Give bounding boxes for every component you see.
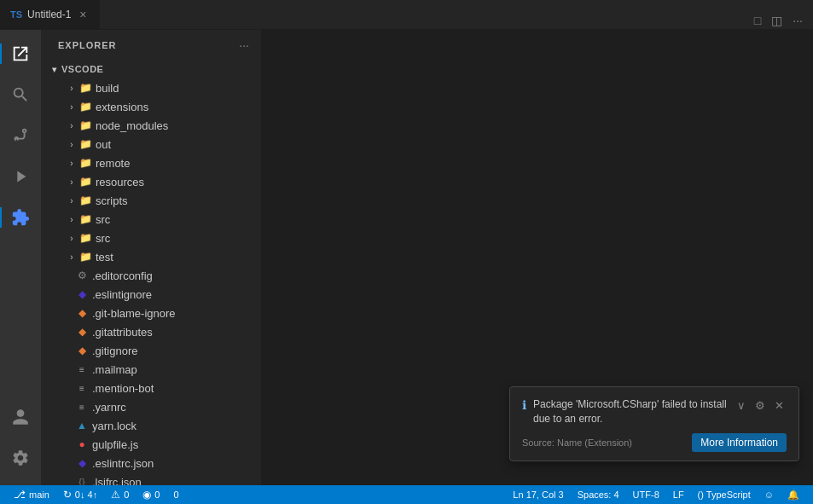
tree-file-eslintrc[interactable]: ◆ .eslintrc.json (41, 454, 261, 472)
tree-file-gitattributes[interactable]: ◆ .gitattributes (41, 322, 261, 341)
tab-close-button[interactable]: × (76, 8, 90, 21)
sidebar-header: EXPLORER ··· (41, 30, 261, 60)
activity-icon-extensions[interactable] (0, 197, 41, 238)
file-label: .gitattributes (92, 326, 153, 339)
status-encoding[interactable]: UTF-8 (626, 485, 666, 504)
activity-icon-search[interactable] (0, 74, 41, 115)
eslint-file-icon: ◆ (75, 456, 89, 470)
warning-icon: ◉ (142, 489, 151, 501)
status-sync[interactable]: ↻ 0↓ 4↑ (56, 485, 104, 504)
tree-file-git-blame-ignore[interactable]: ◆ .git-blame-ignore (41, 304, 261, 322)
tree-folder-remote[interactable]: › 📁 remote (41, 154, 261, 172)
error-count: 0 (124, 490, 129, 500)
folder-label: resources (96, 176, 144, 188)
sync-label: 0↓ 4↑ (75, 490, 97, 500)
git-file-icon: ◆ (75, 325, 89, 339)
status-position[interactable]: Ln 17, Col 3 (506, 485, 570, 504)
file-label: .lsifrc.json (92, 476, 142, 486)
tab-untitled-1[interactable]: TS Untitled-1 × (0, 0, 101, 29)
split-editor-button[interactable]: □ (751, 12, 764, 29)
sidebar-title: EXPLORER (58, 40, 117, 50)
status-warnings[interactable]: ◉ 0 (136, 485, 166, 504)
status-branch[interactable]: ⎇ main (7, 485, 56, 504)
eslint-file-icon: ◆ (75, 287, 89, 301)
status-info[interactable]: 0 (166, 485, 185, 504)
warning-count: 0 (154, 490, 160, 500)
more-actions-button[interactable]: ··· (789, 12, 806, 29)
editor-area: ℹ Package 'Microsoft.CSharp' failed to i… (261, 30, 813, 485)
error-icon: ⚠ (111, 489, 120, 501)
status-feedback[interactable]: ☺ (758, 485, 781, 504)
notification-header: ℹ Package 'Microsoft.CSharp' failed to i… (522, 397, 787, 426)
chevron-right-icon: › (65, 212, 78, 226)
position-label: Ln 17, Col 3 (513, 490, 563, 500)
tree-folder-test[interactable]: › 📁 test (41, 247, 261, 266)
info-icon: ℹ (522, 398, 526, 412)
tree-file-gitignore[interactable]: ◆ .gitignore (41, 341, 261, 360)
folder-icon: 📁 (78, 156, 92, 170)
notification-settings-button[interactable]: ⚙ (752, 397, 768, 413)
chevron-right-icon: › (65, 81, 78, 95)
tree-folder-build[interactable]: › 📁 build (41, 78, 261, 97)
folder-label: scripts (96, 194, 128, 207)
tree-file-yarn-lock[interactable]: ▲ yarn.lock (41, 416, 261, 435)
more-information-button[interactable]: More Information (692, 433, 787, 452)
tree-folder-resources[interactable]: › 📁 resources (41, 172, 261, 191)
feedback-icon: ☺ (764, 490, 774, 500)
file-tree: ▾ VSCODE › 📁 build › 📁 extensions › 📁 (41, 60, 261, 485)
tree-file-eslintignore[interactable]: ◆ .eslintignore (41, 285, 261, 304)
folder-icon: 📁 (78, 231, 92, 245)
chevron-down-icon: ▾ (48, 62, 61, 76)
tree-file-yarnrc[interactable]: ≡ .yarnrc (41, 397, 261, 416)
chevron-right-icon: › (65, 119, 78, 132)
tree-file-mention-bot[interactable]: ≡ .mention-bot (41, 379, 261, 397)
gulp-file-icon: ● (75, 437, 89, 451)
notification-close-button[interactable]: ✕ (771, 397, 787, 413)
chevron-right-icon: › (65, 175, 78, 188)
folder-label: build (96, 82, 119, 95)
activity-icon-run[interactable] (0, 156, 41, 197)
activity-icon-account[interactable] (0, 397, 41, 437)
activity-icon-source-control[interactable] (0, 115, 41, 156)
tree-folder-out[interactable]: › 📁 out (41, 135, 261, 154)
file-label: .eslintignore (92, 288, 152, 301)
tree-folder-src-2[interactable]: › 📁 src (41, 229, 261, 247)
tree-file-gulpfile[interactable]: ● gulpfile.js (41, 435, 261, 454)
editor-layout-button[interactable]: ◫ (768, 12, 786, 29)
notification-toast: ℹ Package 'Microsoft.CSharp' failed to i… (509, 386, 799, 461)
yarn-file-icon: ▲ (75, 419, 89, 432)
activity-icon-explorer[interactable] (0, 33, 41, 74)
status-errors[interactable]: ⚠ 0 (104, 485, 136, 504)
encoding-label: UTF-8 (633, 490, 659, 500)
status-spaces[interactable]: Spaces: 4 (571, 485, 626, 504)
file-label: .mailmap (92, 363, 137, 376)
tree-file-lsifrc[interactable]: {} .lsifrc.json (41, 472, 261, 485)
sidebar-actions: ··· (237, 37, 251, 54)
file-label: .eslintrc.json (92, 457, 154, 470)
status-eol[interactable]: LF (666, 485, 691, 504)
tree-file-mailmap[interactable]: ≡ .mailmap (41, 360, 261, 379)
tree-folder-src-1[interactable]: › 📁 src (41, 210, 261, 229)
tree-folder-node-modules[interactable]: › 📁 node_modules (41, 116, 261, 135)
folder-label: extensions (96, 101, 148, 113)
status-language[interactable]: () TypeScript (691, 485, 758, 504)
file-label: .yarnrc (92, 401, 126, 414)
tree-folder-extensions[interactable]: › 📁 extensions (41, 97, 261, 116)
notification-expand-button[interactable]: ∨ (734, 397, 749, 413)
tree-file-editorconfig[interactable]: ⚙ .editorconfig (41, 266, 261, 285)
tree-folder-scripts[interactable]: › 📁 scripts (41, 191, 261, 210)
file-label: .mention-bot (92, 382, 154, 395)
activity-icon-settings[interactable] (0, 437, 41, 478)
file-label: .git-blame-ignore (92, 307, 176, 320)
tree-root-vscode[interactable]: ▾ VSCODE (41, 60, 261, 78)
git-file-icon: ◆ (75, 306, 89, 320)
status-bar: ⎇ main ↻ 0↓ 4↑ ⚠ 0 ◉ 0 0 Ln 17, Col 3 Sp… (0, 485, 813, 504)
settings-file-icon: ⚙ (75, 269, 89, 282)
folder-icon: 📁 (78, 81, 92, 95)
folder-icon: 📁 (78, 100, 92, 113)
git-file-icon: ◆ (75, 344, 89, 357)
sidebar-more-button[interactable]: ··· (237, 37, 251, 54)
folder-label: remote (96, 157, 130, 170)
status-bell[interactable]: 🔔 (781, 485, 806, 504)
bell-icon: 🔔 (787, 490, 799, 501)
